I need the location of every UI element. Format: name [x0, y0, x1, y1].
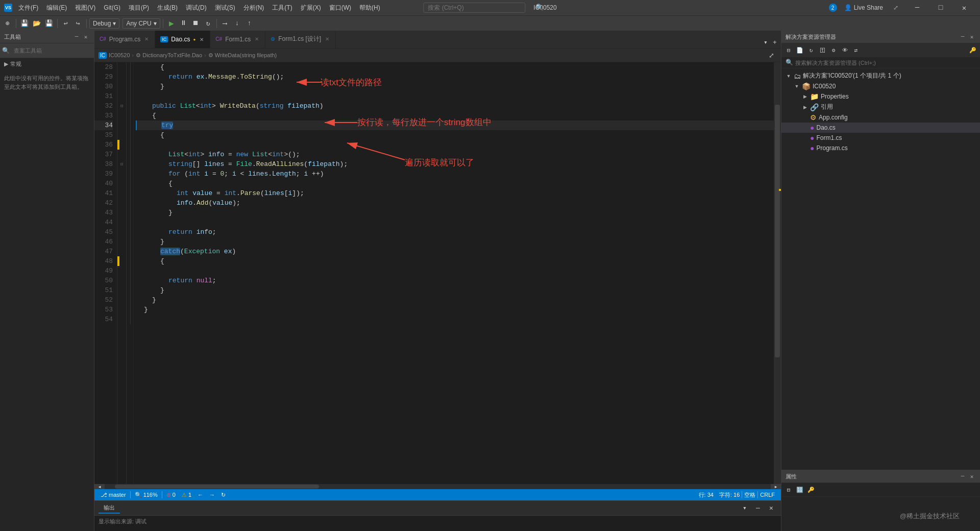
restart-btn[interactable]: ↻ — [203, 18, 214, 29]
close-button[interactable]: ✕ — [952, 0, 976, 15]
tree-item-dao-cs[interactable]: ● Dao.cs — [781, 123, 980, 133]
output-pin-btn[interactable]: ─ — [752, 502, 764, 514]
output-tab-output[interactable]: 输出 — [99, 503, 120, 514]
tab-close-form1-cs[interactable]: ✕ — [254, 35, 260, 43]
status-zoom-item[interactable]: 🔍 116% — [133, 489, 160, 500]
status-nav-next-item[interactable]: → — [207, 489, 217, 500]
sol-explorer-pin-btn[interactable]: ─ — [959, 33, 967, 41]
gutter-32[interactable]: ⊟ — [117, 101, 126, 111]
expand-icon[interactable]: ⤢ — [890, 4, 901, 12]
prop-key-icon[interactable]: 🔑 — [806, 485, 816, 495]
tab-dao-cs[interactable]: IC Dao.cs ● ✕ — [155, 31, 210, 48]
vertical-scrollbar-thumb[interactable] — [775, 105, 780, 358]
status-row-col-item[interactable]: 行: 34 字符: 16 — [697, 489, 742, 500]
status-git-item[interactable]: ⎇ master — [99, 489, 128, 500]
open-btn[interactable]: 📂 — [31, 18, 42, 29]
notification-badge[interactable]: 2 — [829, 4, 837, 12]
sol-show-all-btn[interactable]: 📄 — [795, 45, 805, 55]
stop-btn[interactable]: ⏹ — [190, 18, 202, 29]
prop-sort-icon[interactable]: 🔢 — [795, 485, 805, 495]
gutter-38[interactable]: ⊟ — [117, 159, 126, 169]
toolbox-category-general[interactable]: ▶ 常规 — [0, 58, 94, 70]
output-close-btn[interactable]: ✕ — [766, 502, 777, 514]
menu-file[interactable]: 文件(F) — [14, 2, 42, 14]
save-all-btn[interactable]: 💾 — [19, 18, 30, 29]
status-nav-refresh-item[interactable]: ↻ — [219, 489, 228, 500]
tab-close-program-cs[interactable]: ✕ — [143, 35, 150, 43]
tree-item-references[interactable]: ▶ 🔗 引用 — [781, 102, 980, 112]
tab-form1-design[interactable]: ⚙ Form1.cs [设计] ✕ — [265, 31, 336, 48]
properties-close-btn[interactable]: ✕ — [968, 472, 976, 480]
platform-dropdown[interactable]: Any CPU ▾ — [122, 18, 160, 29]
menu-view[interactable]: 视图(V) — [71, 2, 100, 14]
properties-pin-btn[interactable]: ─ — [959, 472, 967, 480]
play-btn[interactable]: ▶ — [166, 18, 177, 29]
path-bar-expand-btn[interactable]: ⤢ — [766, 50, 777, 61]
menu-tools[interactable]: 工具(T) — [268, 2, 296, 14]
sol-filter-btn[interactable]: ⚿ — [817, 45, 827, 55]
pause-btn[interactable]: ⏸ — [178, 18, 189, 29]
toolbox-close-btn[interactable]: ✕ — [82, 33, 90, 41]
global-search-input[interactable] — [423, 3, 525, 13]
sol-collapse-all-btn[interactable]: ⊟ — [783, 45, 794, 55]
menu-analyze[interactable]: 分析(N) — [239, 2, 268, 14]
h-scroll-right-btn[interactable]: ▸ — [771, 484, 781, 489]
h-scroll-left-btn[interactable]: ◂ — [94, 484, 105, 489]
tab-program-cs[interactable]: C# Program.cs ✕ — [94, 31, 155, 48]
sol-search-input[interactable] — [795, 60, 976, 66]
sol-props-btn[interactable]: ⚙ — [828, 45, 839, 55]
sol-preview-btn[interactable]: 👁 — [840, 45, 850, 55]
breadcrumb-project[interactable]: IC00520 — [109, 52, 130, 58]
menu-help[interactable]: 帮助(H) — [355, 2, 384, 14]
code-content[interactable]: { return ex.Message.ToString(); } public… — [134, 62, 774, 484]
step-into-btn[interactable]: ↓ — [232, 18, 243, 29]
sol-explorer-close-btn[interactable]: ✕ — [968, 33, 976, 41]
status-space-item[interactable]: 空格 — [742, 489, 757, 500]
redo-btn[interactable]: ↪ — [72, 18, 84, 29]
references-expand-icon[interactable]: ▶ — [802, 104, 808, 110]
config-dropdown[interactable]: Debug ▾ — [89, 18, 119, 29]
tree-item-properties[interactable]: ▶ 📁 Properties — [781, 91, 980, 102]
step-out-btn[interactable]: ↑ — [244, 18, 255, 29]
tab-close-dao-cs[interactable]: ✕ — [199, 36, 205, 43]
tab-form1-cs[interactable]: C# Form1.cs ✕ — [210, 31, 265, 48]
tab-close-form1-design[interactable]: ✕ — [324, 35, 330, 43]
live-share-button[interactable]: 👤 Live Share — [841, 3, 886, 12]
status-error-item[interactable]: ⊗ 0 — [164, 489, 178, 500]
sol-key-icon[interactable]: 🔑 — [968, 45, 978, 55]
fold-38-icon[interactable]: ⊟ — [120, 161, 123, 167]
menu-extensions[interactable]: 扩展(X) — [297, 2, 325, 14]
editor-dropdown-btn[interactable]: ▾ — [762, 37, 770, 48]
solution-expand-icon[interactable]: ▼ — [786, 73, 792, 79]
project-expand-icon[interactable]: ▼ — [794, 83, 800, 89]
toolbox-search-input[interactable] — [12, 45, 73, 56]
tree-item-program-cs[interactable]: ● Program.cs — [781, 143, 980, 153]
new-project-btn[interactable]: ⊕ — [2, 18, 13, 29]
maximize-button[interactable]: □ — [929, 0, 952, 15]
sol-refresh-btn[interactable]: ↻ — [806, 45, 816, 55]
sol-sync-btn[interactable]: ⇄ — [851, 45, 861, 55]
prop-grid-icon[interactable]: ⊟ — [783, 485, 794, 495]
editor-new-tab-btn[interactable]: + — [771, 37, 779, 48]
menu-window[interactable]: 窗口(W) — [325, 2, 355, 14]
status-nav-prev-item[interactable]: ← — [195, 489, 205, 500]
toolbox-pin-btn[interactable]: ─ — [72, 33, 81, 41]
menu-debug[interactable]: 调试(D) — [182, 2, 211, 14]
menu-project[interactable]: 项目(P) — [125, 2, 153, 14]
h-scrollbar-thumb[interactable] — [115, 485, 319, 489]
horizontal-scrollbar[interactable]: ◂ ▸ — [94, 484, 781, 489]
save-btn[interactable]: 💾 — [43, 18, 55, 29]
tree-item-appconfig[interactable]: ⚙ App.config — [781, 112, 980, 123]
tree-item-form1-cs[interactable]: ● Form1.cs — [781, 133, 980, 143]
status-encoding-item[interactable]: CRLF — [758, 489, 777, 500]
step-over-btn[interactable]: ⟶ — [219, 18, 231, 29]
fold-32-icon[interactable]: ⊟ — [120, 103, 123, 109]
menu-git[interactable]: Git(G) — [100, 2, 125, 13]
undo-btn[interactable]: ↩ — [60, 18, 71, 29]
properties-expand-icon[interactable]: ▶ — [802, 93, 808, 100]
tree-item-solution[interactable]: ▼ 🗂 解决方案'IC00520'(1 个项目/共 1 个) — [781, 70, 980, 81]
status-warning-item[interactable]: ⚠ 1 — [180, 489, 193, 500]
menu-build[interactable]: 生成(B) — [153, 2, 182, 14]
menu-edit[interactable]: 编辑(E) — [42, 2, 71, 14]
tree-item-project[interactable]: ▼ 📦 IC00520 — [781, 81, 980, 91]
